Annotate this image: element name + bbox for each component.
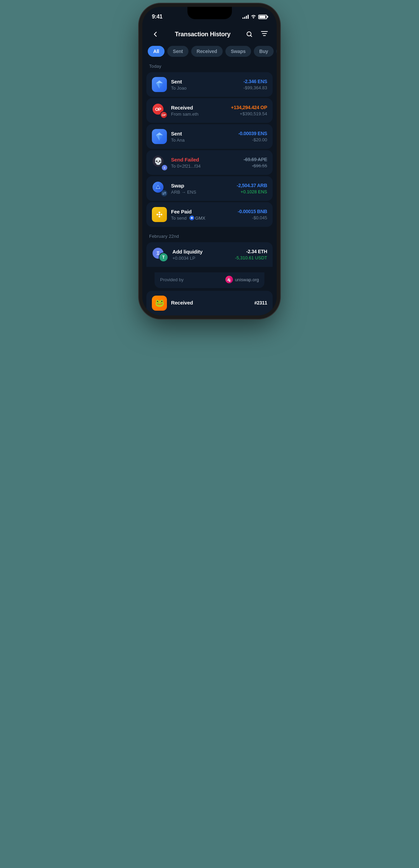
header: Transaction History: [142, 24, 277, 46]
tx-title-received-op: Received: [171, 105, 227, 111]
tx-primary-amount-liquidity: -2.34 ETH: [235, 249, 267, 254]
tx-icon-ens2: [152, 129, 167, 144]
tx-info-fee: Fee Paid To send GMX: [171, 209, 234, 221]
tx-primary-amount: -2.346 ENS: [244, 79, 267, 84]
tx-amounts-sent-ana: -0.00039 ENS -$20.00: [238, 131, 267, 142]
tx-amounts-liquidity: -2.34 ETH -5,310.61 USDT: [235, 249, 267, 260]
status-icons: [243, 14, 267, 20]
tx-received-op-sam[interactable]: OP OP Received From sam.eth +134,294.424…: [146, 98, 273, 123]
tx-title-sent-ana: Sent: [171, 131, 234, 137]
tx-title-nft: Received: [171, 300, 250, 306]
tx-info-swap: Swap ARB → ENS: [171, 183, 233, 195]
tx-failed-ape[interactable]: 💀 Ξ Send Failed To 0×2f21...f34 -69.69 A…: [146, 150, 273, 175]
tx-secondary-amount-liquidity: -5,310.61 USDT: [235, 255, 267, 260]
tx-sub-swap: ARB → ENS: [171, 190, 233, 195]
filter-button[interactable]: [259, 29, 270, 40]
phone-frame: 9:41 Transaction History: [142, 7, 277, 315]
tx-secondary-amount-failed: -$96.55: [244, 163, 267, 168]
tx-icon-failed: 💀 Ξ: [152, 155, 167, 170]
tx-sub-liquidity: +0.0034 LP: [172, 256, 231, 261]
tx-icon-lp: Ξ T: [152, 247, 168, 262]
tab-all[interactable]: All: [148, 46, 165, 57]
notch: [187, 7, 232, 19]
tx-sent-ens-ana[interactable]: Sent To Ana -0.00039 ENS -$20.00: [146, 124, 273, 149]
tx-primary-amount-ana: -0.00039 ENS: [238, 131, 267, 136]
tx-title-liquidity: Add liquidity: [172, 249, 231, 255]
tx-primary-amount-op: +134,294.424 OP: [231, 105, 267, 110]
tx-secondary-amount: -$99,364.83: [244, 85, 267, 90]
tx-secondary-amount-fee: -$0.045: [238, 215, 267, 220]
tx-amounts-received-op: +134,294.424 OP +$390,519.54: [231, 105, 267, 116]
tx-icon-nft: 🐸: [152, 296, 167, 311]
tx-amounts-sent-joao: -2.346 ENS -$99,364.83: [244, 79, 267, 90]
tx-title-swap: Swap: [171, 183, 233, 189]
svg-point-0: [247, 32, 251, 36]
provided-by-section: Provided by 🦄 uniswap.org: [150, 268, 269, 288]
tx-sub-sent-ana: To Ana: [171, 138, 234, 143]
tx-amounts-fee: -0.00015 BNB -$0.045: [238, 209, 267, 220]
signal-icon: [243, 15, 249, 19]
tab-sell[interactable]: Se: [276, 46, 277, 57]
tx-info-nft: Received: [171, 300, 250, 307]
search-button[interactable]: [244, 29, 255, 40]
tx-sub-failed: To 0×2f21...f34: [171, 164, 239, 169]
tx-info-liquidity: Add liquidity +0.0034 LP: [172, 249, 231, 261]
tx-sent-ens-joao[interactable]: Sent To Joao -2.346 ENS -$99,364.83: [146, 72, 273, 97]
tx-icon-bnb: [152, 207, 167, 222]
tx-icon-ens: [152, 77, 167, 92]
tx-info-failed: Send Failed To 0×2f21...f34: [171, 157, 239, 169]
gmx-token-icon: [189, 216, 194, 220]
page-title: Transaction History: [175, 31, 230, 38]
header-actions: [244, 29, 270, 40]
battery-icon: [258, 15, 267, 19]
tx-add-liquidity[interactable]: Ξ T Add liquidity +0.0034 LP -2.34 ETH -…: [146, 242, 273, 267]
tx-info-received-op: Received From sam.eth: [171, 105, 227, 117]
tx-title-fee: Fee Paid: [171, 209, 234, 215]
tx-secondary-amount-swap: +0.1028 ENS: [237, 189, 267, 194]
tab-received[interactable]: Received: [191, 46, 223, 57]
tx-amounts-nft: #2311: [254, 300, 267, 307]
provided-by-bar: Provided by 🦄 uniswap.org: [155, 272, 264, 288]
tx-sub-fee: To send GMX: [171, 216, 234, 221]
tx-primary-amount-swap: -2,504.37 ARB: [237, 183, 267, 188]
tx-sub-received-op: From sam.eth: [171, 112, 227, 117]
tx-icon-op: OP OP: [152, 103, 167, 118]
transaction-list-feb22: Ξ T Add liquidity +0.0034 LP -2.34 ETH -…: [142, 242, 277, 315]
tab-buy[interactable]: Buy: [254, 46, 274, 57]
tx-received-nft[interactable]: 🐸 Received #2311: [146, 291, 273, 315]
provided-by-source[interactable]: 🦄 uniswap.org: [225, 276, 259, 283]
tx-info-sent-joao: Sent To Joao: [171, 79, 239, 91]
wifi-icon: [251, 14, 256, 20]
tx-swap-arb-ens[interactable]: Swap ARB → ENS -2,504.37 ARB +0.1028 ENS: [146, 176, 273, 201]
tx-amounts-failed: -69.69 APE -$96.55: [244, 157, 267, 168]
section-feb22-label: February 22nd: [142, 234, 277, 242]
tx-secondary-amount-op: +$390,519.54: [231, 111, 267, 116]
back-button[interactable]: [149, 28, 161, 40]
filter-tabs: All Sent Received Swaps Buy Se: [142, 46, 277, 64]
tx-fee-bnb[interactable]: Fee Paid To send GMX -0.00015 BNB -$0.04…: [146, 202, 273, 227]
tab-swaps[interactable]: Swaps: [225, 46, 251, 57]
uniswap-label: uniswap.org: [235, 277, 259, 282]
tx-title-sent-joao: Sent: [171, 79, 239, 85]
provided-by-label: Provided by: [160, 277, 184, 282]
tx-icon-swap: [152, 181, 167, 196]
tx-secondary-amount-ana: -$20.00: [238, 137, 267, 142]
status-time: 9:41: [152, 14, 162, 20]
transaction-list-today: Sent To Joao -2.346 ENS -$99,364.83 OP O…: [142, 72, 277, 227]
tx-info-sent-ana: Sent To Ana: [171, 131, 234, 143]
tx-primary-amount-failed: -69.69 APE: [244, 157, 267, 162]
tab-sent[interactable]: Sent: [167, 46, 188, 57]
tx-primary-amount-nft: #2311: [254, 300, 267, 306]
tx-sub-sent-joao: To Joao: [171, 86, 239, 91]
tx-title-failed: Send Failed: [171, 157, 239, 163]
uniswap-icon: 🦄: [225, 276, 233, 283]
section-today-label: Today: [142, 64, 277, 72]
tx-amounts-swap: -2,504.37 ARB +0.1028 ENS: [237, 183, 267, 194]
tx-primary-amount-fee: -0.00015 BNB: [238, 209, 267, 214]
